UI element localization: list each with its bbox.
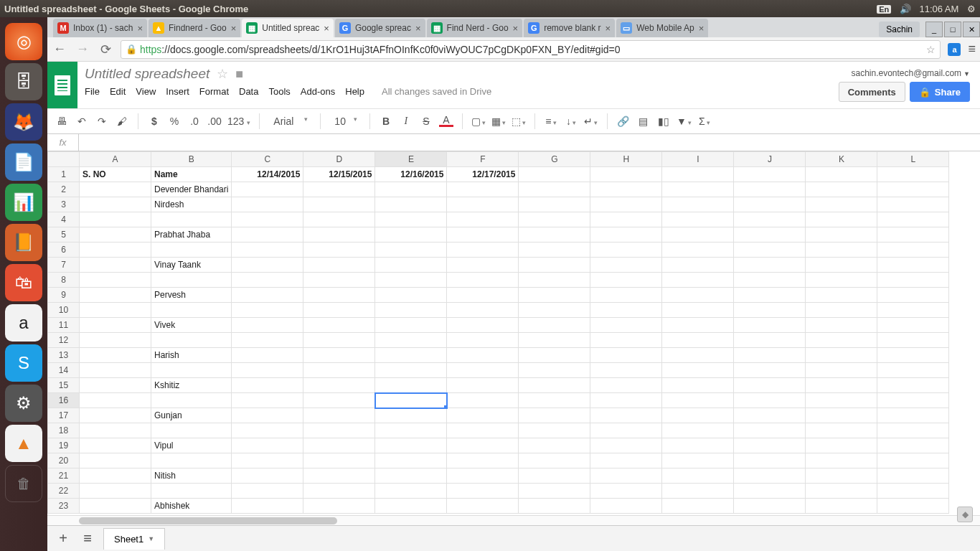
cell[interactable]	[590, 197, 662, 212]
cell[interactable]: Harish	[151, 348, 232, 363]
cell[interactable]	[734, 288, 806, 303]
cell[interactable]	[375, 423, 447, 438]
functions-icon[interactable]: Σ	[697, 116, 712, 127]
cell[interactable]	[519, 288, 590, 303]
close-tab-icon[interactable]: ×	[137, 23, 143, 34]
cell[interactable]: Name	[151, 167, 232, 182]
cell[interactable]	[590, 273, 662, 288]
gear-icon[interactable]: ⚙	[967, 4, 976, 14]
cell[interactable]	[80, 438, 151, 453]
cell[interactable]	[734, 227, 806, 242]
cell[interactable]	[590, 408, 662, 423]
cell[interactable]	[519, 318, 590, 333]
cell[interactable]	[375, 484, 447, 499]
cell[interactable]	[80, 484, 151, 499]
cell[interactable]	[447, 318, 519, 333]
cell[interactable]	[303, 499, 375, 514]
close-tab-icon[interactable]: ×	[606, 23, 611, 34]
cell[interactable]	[590, 288, 662, 303]
cell[interactable]	[447, 453, 519, 468]
row-header[interactable]: 13	[48, 348, 80, 363]
cell[interactable]: Vivek	[151, 318, 232, 333]
cell[interactable]	[519, 182, 590, 197]
cell[interactable]	[375, 242, 447, 258]
cell[interactable]	[232, 438, 303, 453]
cell[interactable]	[590, 303, 662, 318]
row-header[interactable]: 3	[48, 197, 80, 212]
cell[interactable]: Vinay Taank	[151, 258, 232, 273]
insert-comment-icon[interactable]: ▤	[636, 116, 651, 127]
cell[interactable]	[662, 303, 734, 318]
vertical-align-icon[interactable]: ↓	[564, 116, 578, 127]
cell[interactable]	[590, 423, 662, 438]
cell[interactable]	[375, 438, 447, 453]
cell[interactable]	[590, 348, 662, 363]
cell[interactable]	[80, 182, 151, 197]
redo-icon[interactable]: ↷	[95, 116, 109, 127]
undo-icon[interactable]: ↶	[75, 116, 89, 127]
cell[interactable]	[662, 378, 734, 393]
cell[interactable]	[375, 212, 447, 227]
select-all-corner[interactable]	[48, 152, 80, 167]
cell[interactable]	[519, 408, 590, 423]
cell[interactable]	[734, 197, 806, 212]
cell[interactable]: Pervesh	[151, 288, 232, 303]
row-header[interactable]: 4	[48, 212, 80, 227]
launcher-skype[interactable]: S	[5, 344, 42, 382]
cell[interactable]	[232, 258, 303, 273]
cell[interactable]	[303, 227, 375, 242]
cell[interactable]	[806, 182, 877, 197]
cell[interactable]	[232, 468, 303, 484]
menu-tools[interactable]: Tools	[268, 86, 290, 97]
all-sheets-button[interactable]: ≡	[79, 530, 96, 547]
cell[interactable]	[734, 484, 806, 499]
browser-tab[interactable]: ▦Untitled spreac×	[242, 19, 334, 37]
star-icon[interactable]: ☆	[217, 66, 228, 82]
cell[interactable]	[877, 423, 949, 438]
bookmark-star-icon[interactable]: ☆	[926, 44, 936, 55]
cell[interactable]	[151, 242, 232, 258]
cell[interactable]	[590, 242, 662, 258]
cell[interactable]	[806, 408, 877, 423]
cell[interactable]	[519, 438, 590, 453]
cell[interactable]	[447, 499, 519, 514]
cell[interactable]	[232, 288, 303, 303]
cell[interactable]	[806, 499, 877, 514]
cell[interactable]	[80, 453, 151, 468]
cell[interactable]	[877, 242, 949, 258]
cell[interactable]	[734, 318, 806, 333]
cell[interactable]	[447, 378, 519, 393]
close-tab-icon[interactable]: ×	[699, 23, 705, 34]
spreadsheet-grid[interactable]: ABCDEFGHIJKL1S. NOName12/14/201512/15/20…	[47, 151, 980, 515]
cell[interactable]	[662, 212, 734, 227]
cell[interactable]	[303, 468, 375, 484]
filter-icon[interactable]: ▼	[677, 116, 692, 127]
cell[interactable]	[375, 408, 447, 423]
cell[interactable]	[447, 423, 519, 438]
cell[interactable]	[447, 288, 519, 303]
row-header[interactable]: 8	[48, 273, 80, 288]
cell[interactable]	[734, 453, 806, 468]
cell[interactable]	[80, 318, 151, 333]
menu-file[interactable]: File	[85, 86, 100, 97]
cell[interactable]	[662, 393, 734, 408]
cell[interactable]	[80, 363, 151, 378]
cell[interactable]	[877, 167, 949, 182]
cell[interactable]	[447, 182, 519, 197]
browser-tab[interactable]: ▦Find Nerd - Goo×	[427, 19, 523, 37]
cell[interactable]	[151, 363, 232, 378]
launcher-vlc[interactable]: ▲	[5, 425, 42, 462]
cell[interactable]	[303, 318, 375, 333]
row-header[interactable]: 1	[48, 167, 80, 182]
close-tab-icon[interactable]: ×	[324, 23, 329, 34]
cell[interactable]	[303, 484, 375, 499]
horizontal-align-icon[interactable]: ≡	[544, 116, 558, 127]
cell[interactable]	[877, 363, 949, 378]
cell[interactable]	[232, 333, 303, 348]
cell[interactable]	[447, 212, 519, 227]
cell[interactable]	[232, 499, 303, 514]
cell[interactable]	[303, 242, 375, 258]
cell[interactable]	[447, 242, 519, 258]
row-header[interactable]: 23	[48, 499, 80, 514]
cell[interactable]	[303, 378, 375, 393]
